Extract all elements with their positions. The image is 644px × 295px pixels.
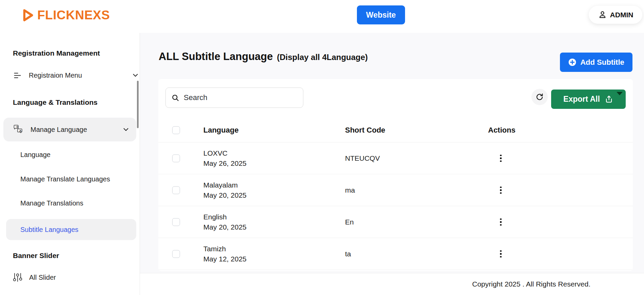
sliders-icon (13, 273, 22, 282)
logo-text: FLICKNEXS (37, 8, 110, 22)
export-all-label: Export All (563, 95, 600, 104)
sidebar-scrollbar[interactable] (137, 81, 139, 128)
row-checkbox[interactable] (172, 154, 180, 162)
sidebar-subitem-manage-translate-languages[interactable]: Manage Translate Languages (20, 175, 110, 183)
table-row: Tamizh May 12, 2025 ta (158, 238, 633, 270)
sidebar-heading-language-translations: Language & Translations (13, 98, 98, 106)
top-header: FLICKNEXS Website ADMIN (0, 0, 644, 33)
language-date: May 20, 2025 (203, 223, 246, 231)
admin-label: ADMIN (610, 11, 633, 19)
language-cell: English May 20, 2025 (203, 213, 246, 231)
sidebar-heading-banner-slider: Banner Slider (13, 252, 59, 260)
page-subtitle: (Display all 4Language) (277, 53, 368, 62)
svg-text:A: A (19, 129, 22, 133)
language-name: English (203, 213, 246, 221)
sidebar-subitem-language[interactable]: Language (20, 151, 51, 159)
page-title-row: ALL Subtitle Language (Display all 4Lang… (159, 51, 368, 63)
language-cell: Malayalam May 20, 2025 (203, 181, 246, 199)
short-code-cell: NTEUCQV (345, 154, 380, 162)
footer: Copyright 2025 . All Rights Reserved. (140, 273, 644, 295)
chevron-down-icon (132, 72, 139, 79)
table-header: Language Short Code Actions (158, 118, 633, 142)
user-icon (598, 10, 607, 19)
page-title: ALL Subtitle Language (159, 51, 273, 63)
row-actions-kebab-icon[interactable] (498, 216, 504, 228)
language-date: May 26, 2025 (203, 159, 246, 168)
language-cell: Tamizh May 12, 2025 (203, 245, 246, 263)
search-input[interactable] (184, 93, 298, 102)
sidebar-item-label: Registraion Menu (29, 72, 82, 79)
row-checkbox[interactable] (172, 186, 180, 194)
page: FLICKNEXS Website ADMIN Registration Man… (0, 0, 644, 295)
column-header-language: Language (203, 126, 239, 135)
language-name: LOXVC (203, 149, 246, 157)
svg-text:大: 大 (16, 125, 19, 129)
add-subtitle-button[interactable]: Add Subtitle (560, 53, 632, 72)
refresh-icon (535, 93, 544, 101)
add-subtitle-label: Add Subtitle (580, 58, 624, 67)
sidebar-item-manage-language[interactable]: 大 A Manage Language (3, 118, 136, 141)
logo[interactable]: FLICKNEXS (20, 7, 110, 23)
sidebar-heading-registration-management: Registration Management (13, 49, 100, 57)
table-row: LOXVC May 26, 2025 NTEUCQV (158, 142, 633, 174)
search-icon (171, 94, 180, 102)
table-row: English May 20, 2025 En (158, 206, 633, 238)
row-checkbox[interactable] (172, 218, 180, 226)
language-date: May 12, 2025 (203, 255, 246, 263)
sidebar: Registration Management Registraion Menu… (0, 33, 140, 295)
sidebar-item-registraion-menu[interactable]: Registraion Menu (13, 67, 132, 84)
row-actions-kebab-icon[interactable] (498, 184, 504, 196)
row-actions-kebab-icon[interactable] (498, 248, 504, 260)
translate-icon: 大 A (13, 124, 24, 135)
short-code-cell: En (345, 218, 354, 226)
language-name: Malayalam (203, 181, 246, 189)
language-cell: LOXVC May 26, 2025 (203, 149, 246, 168)
sidebar-item-label: All Slider (29, 274, 56, 281)
main-content: ALL Subtitle Language (Display all 4Lang… (140, 33, 644, 295)
plus-circle-icon (568, 58, 577, 66)
chevron-down-icon (123, 126, 129, 133)
subtitle-table-card: Export All Language Short Code Actions (158, 79, 633, 271)
sidebar-subitem-subtitle-languages[interactable]: Subtitle Languages (6, 219, 136, 240)
short-code-cell: ma (345, 186, 355, 194)
search-box (165, 87, 303, 108)
play-icon (20, 7, 35, 23)
row-actions-kebab-icon[interactable] (498, 153, 504, 164)
column-header-actions: Actions (488, 126, 516, 135)
column-header-short-code: Short Code (345, 126, 385, 135)
upload-icon (604, 95, 613, 104)
table-row: Malayalam May 20, 2025 ma (158, 174, 633, 206)
caret-down-icon (617, 92, 623, 95)
row-checkbox[interactable] (172, 250, 180, 258)
menu-lines-icon (13, 71, 22, 80)
sidebar-subitem-label: Subtitle Languages (20, 226, 78, 234)
admin-button[interactable]: ADMIN (589, 6, 642, 24)
copyright-text: Copyright 2025 . All Rights Reserved. (472, 280, 590, 288)
website-button[interactable]: Website (357, 5, 405, 24)
sidebar-item-all-slider[interactable]: All Slider (13, 269, 132, 286)
short-code-cell: ta (345, 250, 351, 258)
language-name: Tamizh (203, 245, 246, 253)
sidebar-subitem-manage-translations[interactable]: Manage Translations (20, 199, 83, 207)
refresh-button[interactable] (531, 89, 548, 105)
select-all-checkbox[interactable] (172, 126, 180, 134)
language-date: May 20, 2025 (203, 191, 246, 199)
sidebar-item-label: Manage Language (31, 126, 87, 134)
export-all-button[interactable]: Export All (551, 90, 626, 109)
